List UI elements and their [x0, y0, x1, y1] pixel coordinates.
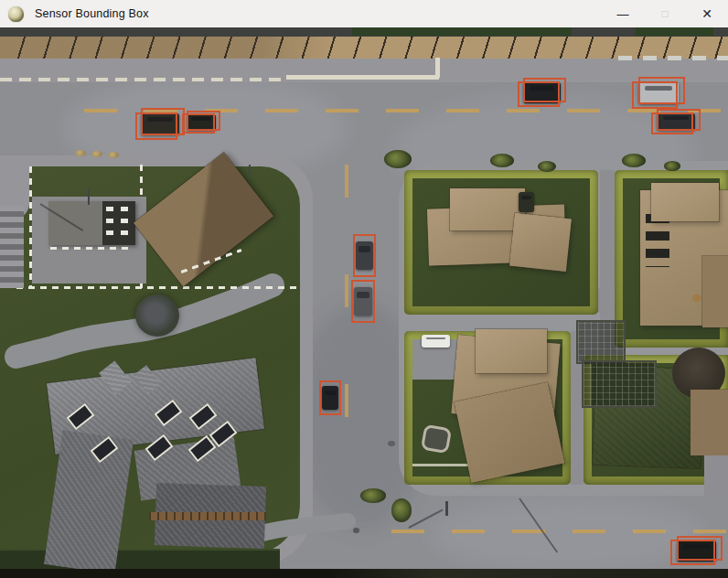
vehicle-truck-1 [516, 187, 537, 217]
minimize-button[interactable]: — [602, 0, 644, 27]
bounding-box [351, 280, 375, 323]
vehicle-body [519, 192, 535, 212]
app-window: Sensor Bounding Box — □ ✕ [0, 0, 728, 578]
vehicle-car-3 [518, 78, 566, 108]
vehicle-car-1 [135, 108, 185, 141]
annotation-layer [0, 27, 728, 578]
bounding-box-3d [657, 109, 701, 131]
close-button[interactable]: ✕ [686, 0, 728, 27]
window-controls: — □ ✕ [602, 0, 728, 27]
bounding-box-3d [141, 108, 185, 135]
bounding-box-3d [187, 111, 220, 131]
vehicle-car-4 [632, 77, 685, 110]
vehicle-car-5 [651, 109, 701, 135]
window-title: Sensor Bounding Box [35, 7, 149, 20]
vehicle-car-8 [319, 380, 341, 415]
bounding-box [353, 234, 376, 277]
vehicle-car-2 [182, 111, 220, 134]
vehicle-car-6 [353, 234, 376, 277]
vehicle-van-1 [417, 332, 455, 350]
vehicle-car-7 [351, 280, 375, 323]
bounding-box-3d [677, 536, 723, 561]
vehicle-car-9 [670, 536, 723, 566]
app-icon [8, 6, 24, 22]
bounding-box-3d [523, 78, 566, 102]
sensor-view-canvas [0, 27, 728, 578]
vehicle-body [422, 335, 450, 348]
bounding-box-3d [638, 77, 685, 104]
maximize-button[interactable]: □ [644, 0, 686, 27]
bounding-box [319, 380, 341, 415]
title-bar[interactable]: Sensor Bounding Box — □ ✕ [0, 0, 728, 27]
